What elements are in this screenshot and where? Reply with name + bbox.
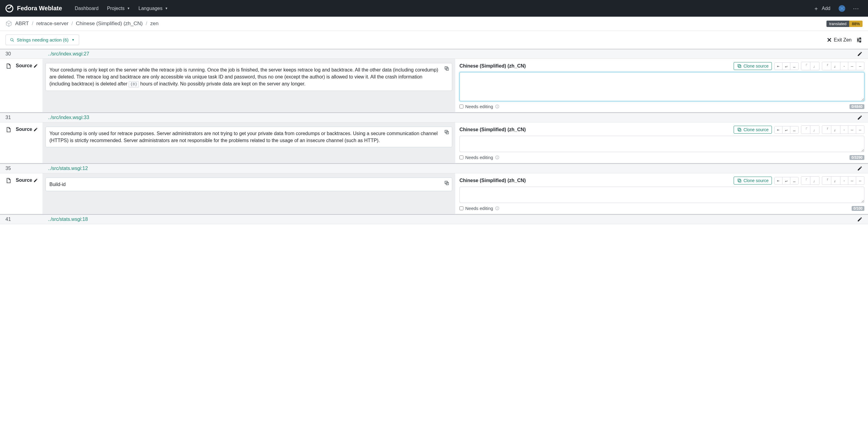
source-col: Source — [0, 122, 42, 163]
info-icon[interactable] — [495, 104, 499, 109]
nav-add[interactable]: ＋Add — [809, 5, 835, 12]
edit-icon[interactable] — [857, 51, 863, 57]
string-header: 30../src/index.wsgi:27 — [0, 49, 868, 59]
needs-editing-input[interactable] — [460, 156, 463, 159]
breadcrumb-item[interactable]: Chinese (Simplified) (zh_CN) — [76, 21, 143, 27]
source-label: Source — [16, 63, 38, 68]
source-pane: Your coredump is only used for retrace p… — [42, 122, 455, 163]
brand-text: Fedora Weblate — [17, 5, 62, 12]
nav-dashboard[interactable]: Dashboard — [71, 6, 103, 11]
insert-group: 『』·–— — [822, 62, 864, 70]
insert-char-button[interactable]: 「 — [801, 177, 810, 185]
clone-source-button[interactable]: Clone source — [734, 177, 772, 185]
insert-char-button[interactable]: ↵ — [782, 177, 790, 184]
string-header: 35../src/stats.wsgi:12 — [0, 163, 868, 173]
edit-icon[interactable] — [857, 115, 863, 120]
string-location[interactable]: ../src/index.wsgi:33 — [48, 115, 89, 120]
needs-editing-checkbox[interactable]: Needs editing — [460, 155, 499, 160]
insert-char-button[interactable]: 」 — [810, 177, 819, 185]
insert-char-button[interactable]: – — [848, 177, 856, 185]
search-icon — [10, 38, 14, 42]
translation-input[interactable] — [460, 136, 864, 152]
string-header: 31../src/index.wsgi:33 — [0, 112, 868, 122]
insert-char-button[interactable]: ⇤ — [775, 177, 782, 184]
insert-char-button[interactable]: – — [848, 126, 856, 134]
info-icon[interactable] — [495, 206, 499, 210]
more-icon[interactable]: ⋯ — [849, 5, 863, 12]
insert-char-button[interactable]: 」 — [810, 126, 819, 134]
insert-char-button[interactable]: 『 — [822, 126, 831, 134]
insert-char-button[interactable]: — — [856, 126, 864, 134]
chevron-down-icon: ▼ — [71, 38, 74, 41]
insert-char-button[interactable]: 』 — [831, 177, 840, 185]
target-pane: Chinese (Simplified) (zh_CN)Clone source… — [455, 59, 868, 112]
placeable[interactable]: {0} — [129, 81, 138, 88]
insert-char-button[interactable]: ↵ — [782, 126, 790, 133]
insert-char-button[interactable]: — — [856, 177, 864, 185]
insert-char-button[interactable]: ⇤ — [775, 63, 782, 70]
insert-group: 「」 — [801, 62, 819, 70]
insert-char-button[interactable]: · — [840, 126, 848, 134]
insert-char-button[interactable]: — — [856, 62, 864, 70]
copy-icon[interactable] — [444, 129, 450, 135]
needs-editing-checkbox[interactable]: Needs editing — [460, 104, 499, 109]
breadcrumb-item[interactable]: ABRT — [15, 21, 29, 27]
filter-dropdown[interactable]: Strings needing action (6) ▼ — [5, 35, 79, 45]
insert-char-button[interactable]: 」 — [810, 62, 819, 70]
edit-icon[interactable] — [33, 64, 38, 68]
nav-projects[interactable]: Projects▼ — [103, 6, 134, 11]
avatar-icon[interactable] — [835, 5, 849, 12]
breadcrumb-item[interactable]: retrace-server — [36, 21, 68, 27]
insert-char-button[interactable]: … — [790, 126, 798, 133]
needs-editing-checkbox[interactable]: Needs editing — [460, 206, 499, 211]
info-icon[interactable] — [495, 155, 499, 160]
insert-char-button[interactable]: 』 — [831, 62, 840, 70]
needs-editing-input[interactable] — [460, 104, 463, 108]
copy-icon[interactable] — [444, 180, 450, 186]
source-text: Your coredump is only used for retrace p… — [45, 127, 452, 147]
clone-source-button[interactable]: Clone source — [734, 126, 772, 134]
svg-rect-17 — [738, 65, 740, 67]
insert-char-button[interactable]: … — [790, 177, 798, 184]
insert-group: 「」 — [801, 125, 819, 134]
svg-point-34 — [497, 207, 497, 207]
string-location[interactable]: ../src/index.wsgi:27 — [48, 51, 89, 57]
target-language: Chinese (Simplified) (zh_CN) — [460, 178, 731, 183]
translation-input[interactable] — [460, 72, 864, 101]
insert-char-button[interactable]: 』 — [831, 126, 840, 134]
needs-editing-input[interactable] — [460, 206, 463, 210]
breadcrumb-item[interactable]: zen — [150, 21, 158, 27]
insert-char-button[interactable]: ↵ — [782, 63, 790, 70]
exit-zen-button[interactable]: ✕ Exit Zen — [827, 36, 851, 44]
edit-icon[interactable] — [33, 127, 38, 132]
insert-char-button[interactable]: – — [848, 62, 856, 70]
clone-source-button[interactable]: Clone source — [734, 62, 772, 70]
string-row: Source Your coredump is only used for re… — [0, 122, 868, 163]
string-location[interactable]: ../src/stats.wsgi:12 — [48, 166, 88, 171]
source-label: Source — [16, 127, 38, 132]
translation-input[interactable] — [460, 187, 864, 203]
nav-languages[interactable]: Languages▼ — [134, 6, 172, 11]
string-location[interactable]: ../src/stats.wsgi:18 — [48, 217, 88, 222]
breadcrumb-row: ABRT / retrace-server / Chinese (Simplif… — [0, 16, 868, 31]
insert-char-button[interactable]: … — [790, 63, 798, 70]
svg-point-27 — [497, 156, 497, 157]
status-percent: 88% — [849, 21, 863, 27]
copy-icon[interactable] — [444, 66, 450, 71]
edit-icon[interactable] — [857, 166, 863, 171]
insert-char-button[interactable]: 「 — [801, 126, 810, 134]
edit-icon[interactable] — [33, 178, 38, 183]
insert-char-button[interactable]: 『 — [822, 62, 831, 70]
insert-char-button[interactable]: 「 — [801, 62, 810, 70]
document-icon — [5, 127, 11, 134]
settings-icon[interactable] — [856, 37, 863, 43]
source-text: Build-id — [45, 177, 452, 191]
brand[interactable]: Fedora Weblate — [5, 4, 62, 12]
insert-char-button[interactable]: · — [840, 62, 848, 70]
insert-char-button[interactable]: ⇤ — [775, 126, 782, 133]
insert-char-button[interactable]: 『 — [822, 177, 831, 185]
source-text: Your coredump is only kept on the server… — [45, 63, 452, 91]
edit-icon[interactable] — [857, 217, 863, 222]
string-row: Source Build-idChinese (Simplified) (zh_… — [0, 173, 868, 214]
insert-char-button[interactable]: · — [840, 177, 848, 185]
